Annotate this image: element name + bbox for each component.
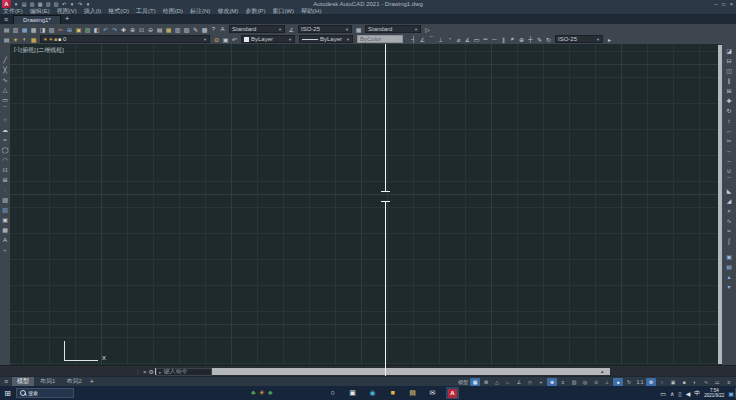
ellipse-icon[interactable]: ◯ xyxy=(1,145,10,154)
command-input[interactable]: ▸ 键入命令 xyxy=(156,368,212,376)
grid-display-icon[interactable]: ▦ xyxy=(470,378,480,386)
break-at-point-icon[interactable]: − xyxy=(725,156,734,165)
layer-combo[interactable]: ☀☀■■ 0 ▼ xyxy=(40,35,210,43)
new-layout-button[interactable]: + xyxy=(90,378,94,385)
zoom-realtime-icon[interactable]: ⊕ xyxy=(128,25,137,34)
circle-icon[interactable]: ○ xyxy=(1,115,10,124)
dimension-break-icon[interactable]: ≠ xyxy=(508,35,517,44)
mirror-icon[interactable]: ◫ xyxy=(725,66,734,75)
plot-icon[interactable]: ▩ xyxy=(29,25,38,34)
blend-curves-icon[interactable]: ∿ xyxy=(725,216,734,225)
view-control[interactable]: [俯视] xyxy=(20,46,35,55)
volume-tray-icon[interactable]: ◀ xyxy=(686,390,691,397)
tray-input-indicator-icon[interactable]: ▭ xyxy=(660,390,666,397)
display-tray-icon[interactable]: ▯ xyxy=(678,390,681,397)
snap-mode-icon[interactable]: ⊞ xyxy=(481,378,491,386)
revcloud-icon[interactable]: ☁ xyxy=(1,125,10,134)
mail-icon[interactable]: ✉ xyxy=(426,387,439,399)
zoom-window-icon[interactable]: ⊡ xyxy=(137,25,146,34)
taskbar-clock[interactable]: 7:54 2021/9/22 xyxy=(704,388,724,398)
file-tab-menu-icon[interactable]: ≡ xyxy=(4,16,8,23)
publish-icon[interactable]: ▧ xyxy=(47,25,56,34)
workspace-switching-icon[interactable]: ⚙ xyxy=(646,378,656,386)
viewport-menu-control[interactable]: [-] xyxy=(14,46,19,55)
plot-preview-icon[interactable]: ◨ xyxy=(38,25,47,34)
make-block-icon[interactable]: ⊞ xyxy=(1,175,10,184)
tab-layout1[interactable]: 布局1 xyxy=(35,377,60,386)
break-icon[interactable]: ∪ xyxy=(725,166,734,175)
store-icon[interactable]: ▤ xyxy=(406,387,419,399)
continue-dimension-icon[interactable]: ─ xyxy=(490,35,499,44)
copy-icon[interactable]: ⊟ xyxy=(725,56,734,65)
aligned-dimension-icon[interactable]: ∠ xyxy=(418,35,427,44)
open-icon[interactable]: ▥ xyxy=(11,25,20,34)
paste-icon[interactable]: ▣ xyxy=(74,25,83,34)
dynamic-ucs-icon[interactable]: ⊥ xyxy=(602,378,612,386)
help-icon[interactable]: ? xyxy=(209,25,218,34)
object-snap-icon[interactable]: ⊕ xyxy=(547,378,557,386)
arc-icon[interactable]: ⌒ xyxy=(1,105,10,114)
table-style-combo[interactable]: Standard ▼ xyxy=(365,25,421,33)
new-icon[interactable]: ▤ xyxy=(2,25,11,34)
dimension-update-icon[interactable]: ▸ xyxy=(605,35,614,44)
new-drawing-tab-button[interactable]: + xyxy=(65,15,70,23)
polar-tracking-icon[interactable]: ∠ xyxy=(514,378,524,386)
quick-properties-icon[interactable]: ▣ xyxy=(668,378,678,386)
layer-properties-icon[interactable]: ▤ xyxy=(2,35,11,44)
layer-match-icon[interactable]: ▣ xyxy=(221,35,230,44)
file-tab-drawing1[interactable]: Drawing1* xyxy=(13,15,61,24)
diameter-dimension-icon[interactable]: ⌀ xyxy=(454,35,463,44)
maximize-button[interactable]: □ xyxy=(722,0,725,8)
sheet-set-manager-icon[interactable]: ▧ xyxy=(182,25,191,34)
autocad-taskbar-icon[interactable]: A xyxy=(446,387,459,399)
block-editor-icon[interactable]: ◧ xyxy=(92,25,101,34)
gradient-icon[interactable]: ▧ xyxy=(1,205,10,214)
dimension-space-icon[interactable]: ∥ xyxy=(499,35,508,44)
drawing-canvas[interactable]: [-][俯视][二维线框] X xyxy=(10,44,718,365)
cut-icon[interactable]: ✂ xyxy=(56,25,65,34)
lineweight-display-icon[interactable]: ≡ xyxy=(558,378,568,386)
ime-mode-icon[interactable]: 中 xyxy=(694,389,700,398)
make-object-layer-current-icon[interactable]: ⊙ xyxy=(212,35,221,44)
scale-icon[interactable]: ↕ xyxy=(725,116,734,125)
send-to-back-icon[interactable]: ▤ xyxy=(725,262,734,271)
isolate-objects-icon[interactable]: ◐ xyxy=(690,378,700,386)
polygon-icon[interactable]: △ xyxy=(1,85,10,94)
tolerance-icon[interactable]: ⊕ xyxy=(517,35,526,44)
layer-freeze-icon[interactable]: ◐ xyxy=(20,35,29,44)
infer-constraints-icon[interactable]: △ xyxy=(492,378,502,386)
tab-model[interactable]: 模型 xyxy=(12,377,34,386)
properties-icon[interactable]: ▤ xyxy=(155,25,164,34)
bulb-icon[interactable]: ☀ xyxy=(43,36,47,42)
action-center-icon[interactable]: ▣ xyxy=(728,390,734,397)
graphics-performance-icon[interactable]: ∿ xyxy=(701,378,711,386)
start-button[interactable]: ⊞ xyxy=(0,386,15,400)
layer-previous-icon[interactable]: ↶ xyxy=(230,35,239,44)
color-combo[interactable]: ByLayer ▼ xyxy=(241,35,295,43)
cortana-icon[interactable]: ○ xyxy=(326,387,339,399)
chamfer-icon[interactable]: ◣ xyxy=(725,186,734,195)
selection-cycling-icon[interactable]: ◎ xyxy=(580,378,590,386)
command-grip-icon[interactable]: ⋮ xyxy=(135,368,141,375)
mtext-icon[interactable]: A xyxy=(1,235,10,244)
ordinate-dimension-icon[interactable]: ⊥ xyxy=(436,35,445,44)
taskbar-search[interactable]: 搜索 xyxy=(16,388,74,398)
isometric-drafting-icon[interactable]: ◇ xyxy=(525,378,535,386)
dimension-style-combo[interactable]: ISO-25 ▼ xyxy=(555,35,603,43)
rectangle-icon[interactable]: ▭ xyxy=(1,95,10,104)
spline-icon[interactable]: ≈ xyxy=(1,135,10,144)
annotation-visibility-icon[interactable]: ● xyxy=(613,378,623,386)
edit-polyline-icon[interactable]: ≈ xyxy=(725,226,734,235)
zoom-previous-icon[interactable]: ⊖ xyxy=(146,25,155,34)
clean-screen-icon[interactable]: ▭ xyxy=(712,378,722,386)
3d-object-snap-icon[interactable]: ⊙ xyxy=(591,378,601,386)
angular-dimension-icon[interactable]: ∡ xyxy=(463,35,472,44)
command-customize-icon[interactable]: ⚙ xyxy=(149,368,154,375)
send-under-icon[interactable]: ▾ xyxy=(725,282,734,291)
transparency-icon[interactable]: ▨ xyxy=(569,378,579,386)
hatch-icon[interactable]: ▨ xyxy=(1,195,10,204)
array-icon[interactable]: ⊞ xyxy=(725,86,734,95)
close-button[interactable]: × xyxy=(730,0,733,8)
copy-icon[interactable]: ⊞ xyxy=(65,25,74,34)
join-icon[interactable]: ⌒ xyxy=(725,176,734,185)
